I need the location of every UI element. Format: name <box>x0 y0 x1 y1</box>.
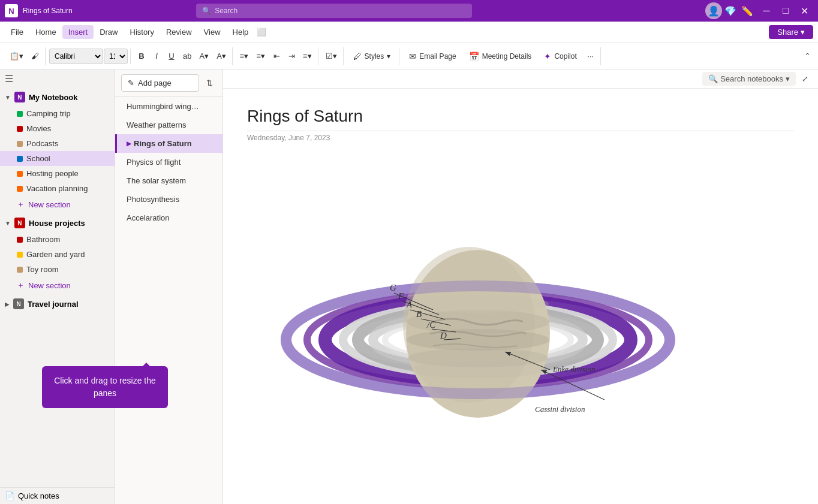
notebook-travel-journal-title: Travel journal <box>28 300 79 309</box>
close-button[interactable]: ✕ <box>796 2 813 19</box>
section-movies[interactable]: Movies <box>0 121 115 136</box>
outdent-button[interactable]: ⇤ <box>269 47 284 65</box>
section-label: Garden and yard <box>26 250 85 259</box>
bullets-button[interactable]: ≡▾ <box>236 47 252 65</box>
title-search-bar[interactable]: 🔍 Search <box>196 4 472 18</box>
section-hosting-people[interactable]: Hosting people <box>0 166 115 181</box>
section-school[interactable]: School <box>0 151 115 166</box>
menu-review[interactable]: Review <box>160 25 198 39</box>
search-chevron: ▾ <box>786 74 790 83</box>
page-accelaration[interactable]: Accelaration <box>115 209 222 227</box>
notebook-travel-journal-icon: N <box>13 298 24 309</box>
notebook-house-projects-header[interactable]: ▼ N House projects <box>0 214 115 232</box>
page-physics-flight[interactable]: Physics of flight <box>115 153 222 171</box>
section-label: School <box>26 154 50 163</box>
page-solar-system[interactable]: The solar system <box>115 171 222 190</box>
section-dot <box>17 126 23 132</box>
title-search-placeholder: Search <box>215 7 237 15</box>
section-label: Bathroom <box>26 235 60 244</box>
maximize-button[interactable]: □ <box>777 2 794 19</box>
resize-tooltip-text: Click and drag to resize the panes <box>54 376 156 398</box>
checkbox-button[interactable]: ☑▾ <box>322 47 341 65</box>
underline-button[interactable]: U <box>164 47 179 65</box>
app-icon: N <box>5 4 18 17</box>
page-weather[interactable]: Weather patterns <box>115 116 222 134</box>
email-label: Email Page <box>419 52 456 61</box>
styles-chevron: ▾ <box>387 52 390 61</box>
menu-home[interactable]: Home <box>29 25 62 39</box>
notebook-travel-journal-header[interactable]: ▶ N Travel journal <box>0 295 115 313</box>
svg-point-10 <box>407 329 549 351</box>
section-vacation-planning[interactable]: Vacation planning <box>0 181 115 196</box>
menu-insert[interactable]: Insert <box>62 25 94 39</box>
sort-pages-button[interactable]: ⇅ <box>203 76 216 90</box>
section-dot <box>17 237 23 243</box>
page-content: Rings of Saturn Wednesday, June 7, 2023 <box>223 89 818 504</box>
minimize-button[interactable]: ─ <box>758 2 775 19</box>
app-title: Rings of Saturn <box>23 7 73 15</box>
menu-help[interactable]: Help <box>227 25 255 39</box>
share-label: Share <box>777 28 798 37</box>
expand-button[interactable]: ⤢ <box>798 72 812 86</box>
notebook-house-projects-title: House projects <box>29 219 85 228</box>
section-bathroom[interactable]: Bathroom <box>0 232 115 247</box>
more-button[interactable]: ··· <box>584 47 598 65</box>
paste-format-btn[interactable]: 🖌 <box>28 47 43 65</box>
meeting-details-button[interactable]: 📅 Meeting Details <box>463 47 538 65</box>
email-page-button[interactable]: ✉ Email Page <box>403 47 462 65</box>
svg-text:/C: /C <box>426 320 436 330</box>
page-rings-saturn[interactable]: ▶ Rings of Saturn <box>115 134 222 153</box>
section-toy-room[interactable]: Toy room <box>0 262 115 277</box>
resize-tooltip: Click and drag to resize the panes <box>42 366 168 408</box>
italic-button[interactable]: I <box>149 47 164 65</box>
notebook-house-projects-icon: N <box>14 218 25 228</box>
share-button[interactable]: Share ▾ <box>769 25 813 39</box>
bold-button[interactable]: B <box>134 47 149 65</box>
add-page-button[interactable]: ✎ Add page <box>121 74 199 92</box>
notebook-icon-letter: N <box>16 301 20 307</box>
new-section-house-projects[interactable]: ＋ New section <box>0 277 115 294</box>
section-camping-trip[interactable]: Camping trip <box>0 106 115 121</box>
search-notebooks-button[interactable]: 🔍 Search notebooks ▾ <box>702 72 796 86</box>
menu-file[interactable]: File <box>5 25 29 39</box>
font-color-button[interactable]: A▾ <box>213 47 230 65</box>
font-family-select[interactable]: Calibri <box>49 49 103 64</box>
copilot-button[interactable]: ✦ Copilot <box>538 47 582 65</box>
menu-view[interactable]: View <box>198 25 227 39</box>
page-photosynthesis[interactable]: Photosynthesis <box>115 190 222 209</box>
font-size-select[interactable]: 11 <box>104 49 128 64</box>
section-podcasts[interactable]: Podcasts <box>0 136 115 151</box>
styles-button[interactable]: 🖊 Styles ▾ <box>347 47 397 65</box>
highlight-button[interactable]: A▾ <box>196 47 212 65</box>
clipboard-btn[interactable]: 📋▾ <box>6 47 27 65</box>
search-icon: 🔍 <box>708 74 718 83</box>
menu-draw[interactable]: Draw <box>94 25 124 39</box>
new-section-my-notebook[interactable]: ＋ New section <box>0 196 115 213</box>
svg-point-12 <box>409 361 547 378</box>
svg-text:Enke division: Enke division <box>552 364 595 373</box>
hamburger-menu[interactable]: ☰ <box>0 70 115 88</box>
tb-check-group: ☑▾ <box>320 47 344 65</box>
notebook-my-notebook-header[interactable]: ▼ N My Notebook <box>0 88 115 106</box>
section-dot <box>17 171 23 177</box>
svg-text:A: A <box>406 300 413 309</box>
indent-button[interactable]: ⇥ <box>284 47 299 65</box>
svg-text:G: G <box>390 283 396 292</box>
quick-notes[interactable]: 📄 Quick notes <box>0 487 115 504</box>
pen-icon[interactable]: ✏️ <box>739 3 756 19</box>
add-page-label: Add page <box>138 79 172 87</box>
page-hummingbird[interactable]: Hummingbird wing… <box>115 97 222 116</box>
section-garden-yard[interactable]: Garden and yard <box>0 247 115 262</box>
toolbar-collapse-button[interactable]: ⌃ <box>801 50 814 62</box>
menu-history[interactable]: History <box>124 25 160 39</box>
tb-email-group: ✉ Email Page 📅 Meeting Details ✦ Copilot… <box>401 47 600 65</box>
panel-expand-icon[interactable]: ⬜ <box>254 25 269 39</box>
numbering-button[interactable]: ≡▾ <box>252 47 269 65</box>
nb-expand-arrow: ▼ <box>5 94 11 101</box>
strikethrough-button[interactable]: ab <box>179 47 195 65</box>
diamond-icon[interactable]: 💎 <box>724 5 736 17</box>
add-page-icon: ✎ <box>128 79 134 87</box>
align-button[interactable]: ≡▾ <box>299 47 315 65</box>
avatar[interactable]: 👤 <box>705 2 722 19</box>
quick-notes-icon: 📄 <box>5 491 14 500</box>
